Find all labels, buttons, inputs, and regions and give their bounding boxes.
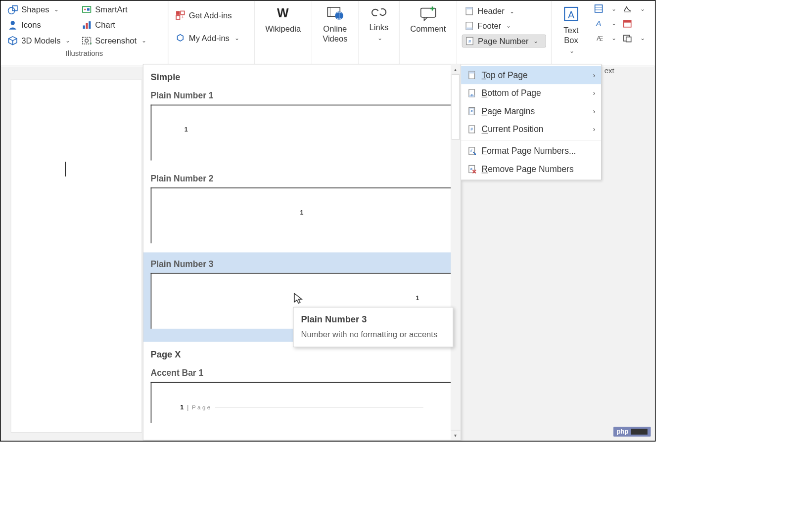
chevron-down-icon: ⌄ — [569, 47, 574, 54]
ribbon: Shapes⌄ Icons 3D Models ⌄ SmartArt — [1, 1, 655, 66]
svg-rect-12 — [176, 11, 180, 14]
chevron-down-icon: ⌄ — [377, 35, 382, 41]
online-videos-button[interactable]: Online Videos — [317, 3, 354, 45]
chevron-down-icon: ⌄ — [611, 20, 616, 27]
svg-text:+: + — [90, 41, 92, 46]
chart-button[interactable]: Chart — [80, 19, 148, 31]
gallery-preview: 1 — [151, 187, 453, 243]
header-button[interactable]: Header⌄ — [462, 5, 546, 17]
page-number-label: Page Number — [478, 36, 528, 45]
dd-remove-page-numbers[interactable]: # Remove Page Numbers — [461, 160, 601, 178]
icons-button[interactable]: Icons — [6, 19, 72, 31]
scroll-thumb[interactable] — [452, 74, 460, 140]
format-icon: # — [467, 146, 477, 156]
svg-text:W: W — [277, 6, 289, 20]
quick-parts-button[interactable] — [593, 3, 604, 14]
svg-rect-8 — [89, 21, 91, 29]
chevron-right-icon: › — [593, 107, 596, 115]
gallery-item-title: Plain Number 3 — [143, 253, 461, 273]
group-label-text-partial: ext — [604, 66, 614, 75]
gallery-item-plain-2[interactable]: Plain Number 2 1 — [143, 170, 461, 243]
svg-point-2 — [11, 21, 15, 25]
chevron-down-icon: ⌄ — [506, 23, 511, 29]
online-videos-label: Online Videos — [323, 24, 347, 44]
group-media: Online Videos — [312, 1, 359, 66]
svg-point-10 — [85, 39, 88, 43]
svg-rect-44 — [626, 37, 631, 42]
chevron-down-icon: ⌄ — [640, 35, 645, 42]
chevron-down-icon: ⌄ — [510, 8, 514, 14]
chevron-down-icon: ⌄ — [611, 35, 616, 42]
dd-top-of-page[interactable]: Top of Page › — [461, 66, 601, 85]
svg-rect-5 — [87, 8, 90, 11]
svg-text:#: # — [471, 93, 473, 97]
chevron-down-icon: ⌄ — [611, 5, 616, 12]
chevron-right-icon: › — [593, 125, 596, 133]
gallery-item-accent-1[interactable]: Accent Bar 1 1 | Page — [143, 364, 461, 423]
group-links: Links ⌄ — [359, 1, 400, 66]
svg-text:A: A — [568, 9, 575, 20]
wikipedia-button[interactable]: W Wikipedia — [260, 3, 307, 36]
dd-page-margins[interactable]: # Page Margins › — [461, 102, 601, 121]
smartart-label: SmartArt — [95, 5, 127, 14]
separator — [461, 140, 601, 140]
gallery-item-title: Plain Number 2 — [143, 170, 461, 188]
dd-bottom-of-page[interactable]: # Bottom of Page › — [461, 84, 601, 102]
gallery-item-title: Plain Number 1 — [143, 87, 461, 105]
group-addins: + Get Add-ins My Add-ins ⌄ — [168, 1, 254, 66]
gallery-item-title: Accent Bar 1 — [143, 364, 461, 382]
text-box-label: Text Box — [563, 25, 578, 45]
page-margins-icon: # — [467, 106, 477, 116]
watermark-badge: php — [613, 427, 651, 437]
comment-label: Comment — [410, 24, 446, 34]
chevron-right-icon: › — [593, 71, 596, 79]
chevron-down-icon: ⌄ — [141, 38, 146, 44]
shapes-label: Shapes — [21, 5, 49, 14]
text-box-button[interactable]: A Text Box⌄ — [557, 3, 586, 56]
screenshot-button[interactable]: + Screenshot⌄ — [80, 35, 148, 47]
group-text: A Text Box⌄ ⌄ ⌄ A⌄ A⌄ ⌄ — [552, 1, 650, 66]
object-button[interactable] — [622, 33, 633, 44]
tooltip: Plain Number 3 Number with no formatting… — [293, 307, 454, 347]
chevron-down-icon: ⌄ — [54, 6, 59, 12]
gallery-scrollbar[interactable]: ▴ ▾ — [451, 64, 461, 440]
svg-rect-7 — [86, 23, 88, 29]
comment-button[interactable]: Comment — [405, 3, 452, 36]
svg-rect-14 — [176, 16, 180, 19]
get-addins-button[interactable]: + Get Add-ins — [173, 9, 249, 21]
drop-cap-button[interactable]: A — [593, 33, 604, 44]
text-caret — [65, 162, 66, 177]
dd-format-page-numbers[interactable]: # Format Page Numbers... — [461, 142, 601, 160]
page-number-button[interactable]: # Page Number⌄ — [462, 35, 546, 48]
3d-models-button[interactable]: 3D Models ⌄ — [6, 35, 72, 47]
group-label-illustrations: Illustrations — [6, 47, 163, 60]
header-label: Header — [477, 6, 504, 16]
chevron-down-icon: ⌄ — [533, 38, 538, 44]
group-comments: Comment — [400, 1, 457, 66]
footer-button[interactable]: Footer⌄ — [462, 20, 546, 32]
footer-label: Footer — [477, 21, 501, 31]
my-addins-button[interactable]: My Add-ins ⌄ — [173, 32, 249, 44]
scroll-track[interactable] — [451, 74, 460, 430]
smartart-button[interactable]: SmartArt — [80, 3, 148, 16]
shapes-button[interactable]: Shapes⌄ — [6, 3, 72, 16]
signature-line-button[interactable] — [622, 3, 633, 14]
dd-current-position[interactable]: # Current Position › — [461, 120, 601, 138]
document-page[interactable] — [11, 80, 142, 433]
chart-label: Chart — [95, 20, 115, 30]
scroll-down-button[interactable]: ▾ — [451, 430, 460, 440]
gallery-item-plain-1[interactable]: Plain Number 1 1 — [143, 87, 461, 160]
page-top-icon — [467, 70, 477, 80]
links-label: Links — [370, 22, 389, 32]
svg-rect-38 — [624, 21, 631, 23]
date-time-button[interactable] — [622, 18, 633, 29]
links-button[interactable]: Links ⌄ — [364, 3, 394, 43]
svg-text:+: + — [181, 13, 185, 20]
group-header-footer: Header⌄ Footer⌄ # Page Number⌄ — [457, 1, 552, 66]
wordart-button[interactable]: A — [593, 18, 604, 29]
gallery-section-simple: Simple — [143, 64, 461, 87]
scroll-up-button[interactable]: ▴ — [451, 64, 460, 74]
gallery-preview: 1 | Page — [151, 382, 453, 423]
svg-rect-6 — [83, 25, 85, 29]
page-current-icon: # — [467, 124, 477, 134]
